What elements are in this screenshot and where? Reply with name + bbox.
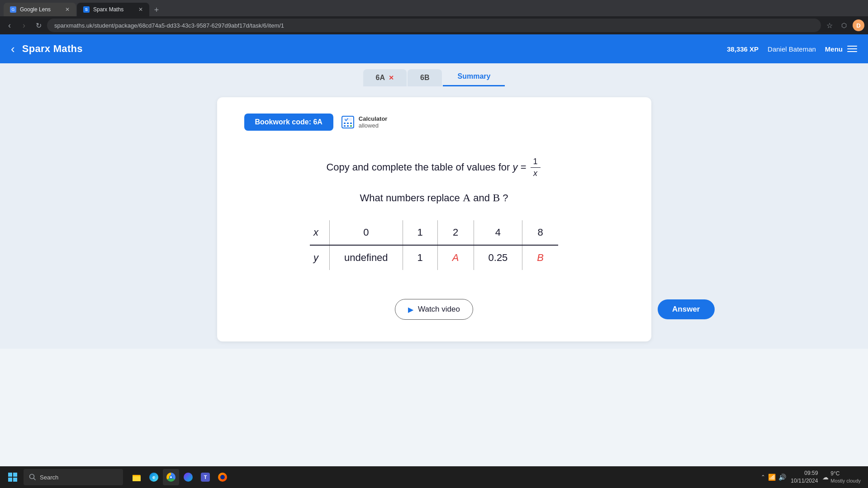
question-area: Copy and complete the table of values fo…: [244, 156, 624, 274]
svg-rect-8: [8, 473, 12, 477]
taskbar-time: 09:59: [804, 469, 818, 477]
firefox-icon: [218, 473, 227, 482]
bookwork-code-text: Bookwork code: 6A: [255, 118, 323, 126]
bookmark-icon[interactable]: ☆: [824, 19, 835, 31]
calculator-badge: Calculator allowed: [341, 115, 388, 129]
bookwork-code-badge: Bookwork code: 6A: [244, 114, 333, 131]
question-text-part1: Copy and complete the table of values fo…: [326, 161, 512, 173]
video-camera-icon: ▶: [408, 305, 413, 314]
bookwork-bar: Bookwork code: 6A Calculator: [244, 114, 624, 131]
taskbar-right: ⌃ 📶 🔊 09:59 10/11/2024 ☁ 9°C Mostly clou…: [761, 469, 864, 485]
equation-equals: =: [521, 161, 529, 173]
calculator-label: Calculator allowed: [359, 115, 388, 129]
user-name: Daniel Bateman: [768, 45, 816, 53]
taskbar-teams[interactable]: T: [197, 469, 213, 485]
svg-rect-9: [13, 473, 17, 477]
tab1-title: Google Lens: [20, 6, 62, 13]
table-cell-y-B: B: [522, 245, 558, 270]
values-table: x 0 1 2 4 8 y undefined 1 A 0.25 B: [310, 220, 558, 270]
sub-question-B: B: [493, 192, 500, 204]
extensions-icon[interactable]: ⬡: [838, 19, 850, 31]
sub-question-A: A: [463, 192, 470, 204]
edge-icon: e: [149, 473, 158, 482]
chevron-up-icon[interactable]: ⌃: [761, 474, 765, 480]
copilot-icon: [184, 473, 193, 482]
chrome-icon: [166, 473, 175, 482]
svg-rect-11: [13, 478, 17, 482]
taskbar-copilot[interactable]: [180, 469, 196, 485]
nav-back-button[interactable]: ‹: [4, 19, 15, 31]
tab1-favicon: G: [10, 6, 16, 13]
hamburger-icon: [847, 46, 857, 52]
svg-rect-2: [344, 123, 346, 124]
tab2-close[interactable]: ✕: [138, 6, 143, 13]
new-tab-button[interactable]: +: [150, 4, 163, 16]
taskbar-time-date[interactable]: 09:59 10/11/2024: [791, 469, 818, 485]
main-content: Bookwork code: 6A Calculator: [0, 86, 868, 349]
volume-icon[interactable]: 🔊: [778, 474, 786, 481]
taskbar-date: 10/11/2024: [791, 477, 818, 485]
taskbar-left: Search e T: [4, 468, 231, 486]
tab-6b-label: 6B: [420, 74, 429, 81]
fraction-numerator: 1: [531, 156, 541, 168]
start-button[interactable]: [4, 468, 22, 486]
teams-icon: T: [201, 473, 210, 482]
svg-rect-3: [347, 123, 349, 124]
nav-refresh-button[interactable]: ↻: [33, 19, 44, 31]
taskbar-chrome[interactable]: [163, 469, 179, 485]
sub-question-and: and: [473, 192, 493, 204]
weather-text: 9°C Mostly cloudy: [830, 470, 861, 484]
browser-tabs-bar: G Google Lens ✕ S Sparx Maths ✕ +: [0, 0, 868, 16]
taskbar-search-placeholder: Search: [40, 474, 58, 481]
address-bar[interactable]: sparxmaths.uk/student/package/68cd74a5-d…: [47, 19, 821, 32]
tab-summary-label: Summary: [457, 72, 490, 80]
equation-fraction: 1 x: [531, 156, 541, 179]
app-header-right: 38,336 XP Daniel Bateman Menu: [727, 45, 857, 53]
sub-question-q: ?: [503, 192, 508, 204]
answer-button[interactable]: Answer: [658, 299, 714, 319]
tab-summary[interactable]: Summary: [443, 68, 505, 86]
table-cell-x-2: 2: [437, 220, 474, 245]
svg-rect-7: [350, 125, 352, 127]
watch-video-button[interactable]: ▶ Watch video: [395, 299, 473, 320]
tab2-favicon: S: [83, 6, 90, 13]
menu-label: Menu: [825, 45, 843, 53]
svg-rect-6: [347, 125, 349, 127]
browser-tab-2[interactable]: S Sparx Maths ✕: [77, 3, 149, 16]
profile-icon[interactable]: D: [853, 19, 864, 31]
svg-rect-10: [8, 478, 12, 482]
calculator-line2: allowed: [359, 122, 388, 129]
app-header: ‹ Sparx Maths 38,336 XP Daniel Bateman M…: [0, 34, 868, 63]
table-cell-y-label: y: [310, 245, 330, 270]
wifi-icon[interactable]: 📶: [768, 474, 776, 481]
table-cell-x-0: 0: [329, 220, 403, 245]
tab-6a-close[interactable]: ✕: [389, 74, 394, 81]
tab-6a[interactable]: 6A ✕: [363, 69, 407, 86]
svg-rect-5: [344, 125, 346, 127]
tab-6a-label: 6A: [376, 74, 385, 82]
taskbar-sys-icons: ⌃ 📶 🔊: [761, 474, 786, 481]
answer-label: Answer: [672, 305, 700, 313]
back-button[interactable]: ‹: [11, 42, 15, 56]
watch-video-label: Watch video: [418, 305, 460, 314]
xp-display: 38,336 XP: [727, 45, 759, 53]
taskbar-file-explorer[interactable]: [128, 469, 145, 485]
table-cell-x-4: 4: [474, 220, 522, 245]
calculator-line1: Calculator: [359, 115, 388, 122]
taskbar-weather[interactable]: ☁ 9°C Mostly cloudy: [822, 470, 861, 484]
question-card: Bookwork code: 6A Calculator: [217, 97, 651, 341]
browser-tab-1[interactable]: G Google Lens ✕: [4, 3, 76, 16]
svg-rect-15: [133, 476, 141, 481]
menu-button[interactable]: Menu: [825, 45, 857, 53]
sub-question-line2: What numbers replace: [360, 192, 462, 204]
taskbar-search-bar[interactable]: Search: [24, 469, 123, 485]
tab-6b[interactable]: 6B: [408, 69, 442, 86]
taskbar-edge[interactable]: e: [146, 469, 162, 485]
taskbar: Search e T: [0, 466, 868, 488]
taskbar-firefox[interactable]: [214, 469, 231, 485]
svg-rect-4: [350, 123, 352, 124]
table-cell-y-025: 0.25: [474, 245, 522, 270]
nav-forward-button[interactable]: ›: [18, 19, 30, 31]
taskbar-search-icon: [29, 474, 36, 481]
tab1-close[interactable]: ✕: [65, 6, 70, 13]
